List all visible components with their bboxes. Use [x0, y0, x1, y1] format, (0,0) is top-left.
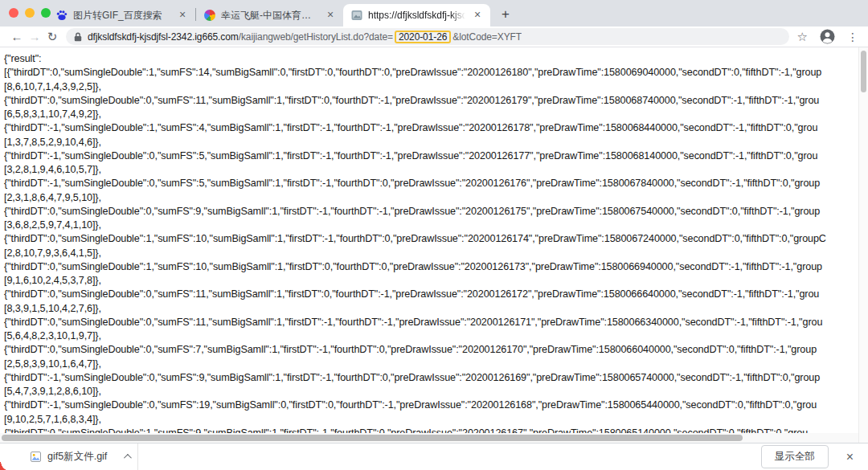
download-filename: gif5新文件.gif	[47, 450, 117, 464]
browser-menu-icon[interactable]: ⋮	[847, 31, 858, 43]
desktop-corner-sliver	[0, 462, 10, 470]
lock-icon[interactable]	[74, 32, 82, 42]
tab-lottery-site[interactable]: 幸运飞艇-中国体育、福利彩票 ×	[196, 4, 343, 27]
json-line: {"thirdDT":0,"sumSingleDouble":0,"sumFS"…	[4, 288, 868, 301]
horizontal-scrollbar-thumb[interactable]	[2, 435, 743, 441]
download-bar: gif5新文件.gif 显示全部 ×	[0, 443, 868, 470]
json-response-body: {"result":[{"thirdDT":0,"sumSingleDouble…	[0, 47, 868, 443]
json-line: [8,3,9,1,5,10,4,2,7,6]},	[4, 302, 868, 316]
json-line: [2,3,1,8,6,4,7,9,5,10]},	[4, 191, 868, 205]
json-line: {"thirdDT":0,"sumSingleDouble":0,"sumFS"…	[4, 316, 868, 329]
json-line: {"thirdDT":0,"sumSingleDouble":0,"sumFS"…	[4, 94, 868, 108]
tab-close-icon[interactable]: ×	[176, 9, 189, 22]
json-line: [9,1,6,10,2,4,5,3,7,8]},	[4, 274, 868, 288]
minimize-window-button[interactable]	[25, 8, 35, 18]
json-line: {"thirdDT":0,"sumSingleDouble":0,"sumFS"…	[4, 205, 868, 219]
horizontal-scrollbar[interactable]	[0, 433, 858, 443]
vertical-scrollbar[interactable]	[858, 47, 868, 443]
url-text: dfjksldfskdfj-kjsdjfsl-2342.ig665.com/ka…	[88, 31, 522, 43]
json-line: [2,8,10,7,9,3,6,4,1,5]},	[4, 247, 868, 260]
gif-file-icon	[31, 452, 41, 462]
json-line: [5,4,7,3,9,1,2,8,6,10]},	[4, 385, 868, 398]
download-bar-close-icon[interactable]: ×	[846, 450, 854, 464]
json-line: [{"thirdDT":0,"sumSingleDouble":1,"sumFS…	[4, 66, 868, 80]
json-line: {"thirdDT":-1,"sumSingleDouble":0,"sumFS…	[4, 398, 868, 412]
profile-avatar-icon[interactable]	[820, 29, 835, 44]
download-item[interactable]: gif5新文件.gif	[0, 443, 138, 470]
pinwheel-icon	[204, 10, 215, 21]
tab-history-api[interactable]: https://dfjksldfskdfj-kjsdjfsl-23 ×	[343, 4, 490, 27]
close-window-button[interactable]	[9, 8, 18, 18]
json-line: [2,5,8,3,9,10,1,6,4,7]},	[4, 358, 868, 371]
tab-baidu-search[interactable]: 图片转GIF_百度搜索 ×	[48, 4, 195, 27]
baidu-paw-icon	[56, 10, 68, 21]
tab-close-icon[interactable]: ×	[471, 9, 484, 22]
tab-title: 幸运飞艇-中国体育、福利彩票	[221, 9, 318, 22]
json-line: {"result":	[4, 52, 868, 66]
json-line: [1,3,7,8,5,2,9,10,4,6]},	[4, 136, 868, 149]
navbar-actions: ☆ ⋮	[797, 29, 858, 44]
json-line: {"thirdDT":-1,"sumSingleDouble":0,"sumFS…	[4, 177, 868, 190]
show-all-downloads-button[interactable]: 显示全部	[761, 445, 829, 468]
tab-close-icon[interactable]: ×	[324, 9, 337, 22]
json-line: [5,6,4,8,2,3,10,1,9,7]},	[4, 329, 868, 343]
forward-icon[interactable]: →	[26, 30, 43, 43]
json-line: [3,2,8,1,9,4,6,10,5,7]},	[4, 163, 868, 177]
image-page-icon	[351, 10, 362, 21]
json-line: [9,10,2,5,7,1,6,8,3,4]},	[4, 413, 868, 427]
bookmark-star-icon[interactable]: ☆	[797, 30, 808, 44]
json-line: {"thirdDT":-1,"sumSingleDouble":0,"sumFS…	[4, 149, 868, 163]
reload-icon[interactable]: ↻	[43, 30, 61, 44]
url-suffix: &lotCode=XYFT	[452, 31, 522, 43]
url-path: /kaijiangweb/getHistoryList.do?date=	[239, 31, 393, 43]
json-line: [8,6,10,7,1,4,3,9,2,5]},	[4, 80, 868, 94]
vertical-scrollbar-thumb[interactable]	[861, 51, 866, 92]
zoom-window-button[interactable]	[41, 8, 51, 18]
back-icon[interactable]: ←	[8, 30, 26, 43]
json-line: {"thirdDT":0,"sumSingleDouble":1,"sumFS"…	[4, 232, 868, 246]
url-date-highlight: 2020-01-26	[395, 31, 451, 43]
tab-strip: 图片转GIF_百度搜索 × 幸运飞艇-中国体育、福利彩票 × https://d…	[0, 0, 868, 27]
json-line: [3,6,8,2,5,9,7,4,1,10]},	[4, 219, 868, 232]
tabs: 图片转GIF_百度搜索 × 幸运飞艇-中国体育、福利彩票 × https://d…	[48, 0, 516, 27]
json-line: {"thirdDT":0,"sumSingleDouble":1,"sumFS"…	[4, 260, 868, 274]
new-tab-button[interactable]: +	[495, 4, 516, 25]
navigation-bar: ← → ↻ dfjksldfskdfj-kjsdjfsl-2342.ig665.…	[0, 27, 868, 47]
json-line: {"thirdDT":-1,"sumSingleDouble":1,"sumFS…	[4, 121, 868, 135]
window-controls	[9, 8, 51, 18]
chevron-up-icon[interactable]	[124, 454, 132, 462]
json-line: {"thirdDT":0,"sumSingleDouble":0,"sumFS"…	[4, 343, 868, 357]
json-line: {"thirdDT":-1,"sumSingleDouble":0,"sumFS…	[4, 371, 868, 385]
url-domain: dfjksldfskdfj-kjsdjfsl-2342.ig665.com	[88, 31, 239, 43]
json-line: [6,5,8,3,1,10,7,4,9,2]},	[4, 108, 868, 121]
address-bar[interactable]: dfjksldfskdfj-kjsdjfsl-2342.ig665.com/ka…	[66, 28, 789, 45]
json-lines: {"result":[{"thirdDT":0,"sumSingleDouble…	[4, 52, 868, 440]
tab-title: 图片转GIF_百度搜索	[73, 9, 170, 22]
tab-title: https://dfjksldfskdfj-kjsdjfsl-23	[368, 10, 465, 21]
